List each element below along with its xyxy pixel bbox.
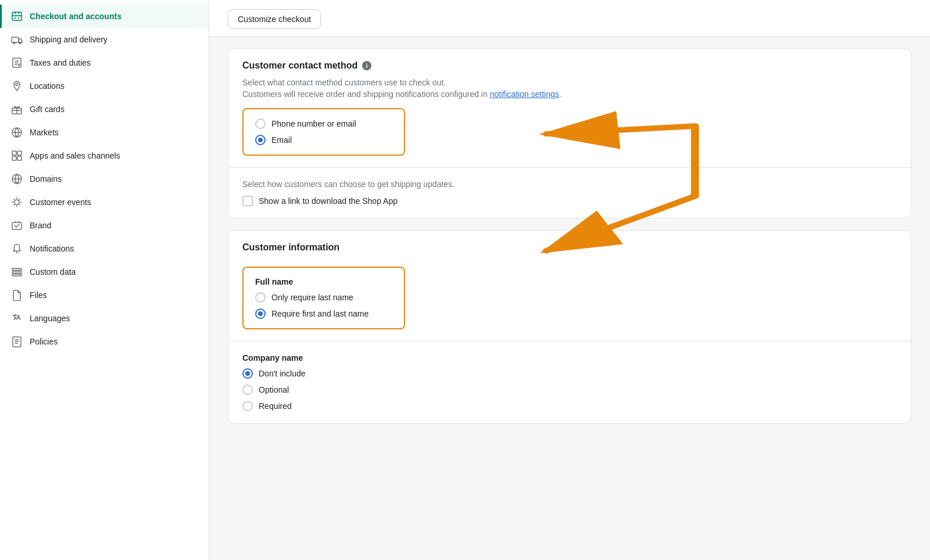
customize-checkout-button[interactable]: Customize checkout <box>228 9 321 29</box>
contact-desc2: Customers will receive order and shippin… <box>242 89 897 99</box>
sidebar-item-notifications[interactable]: Notifications <box>0 237 209 260</box>
sidebar-item-policies[interactable]: Policies <box>0 330 209 353</box>
svg-rect-3 <box>12 37 19 42</box>
cart-icon <box>11 10 23 22</box>
top-bar: Customize checkout <box>209 0 930 37</box>
svg-point-15 <box>15 200 19 204</box>
radio-phone-email-circle <box>255 119 266 129</box>
sidebar-item-label: Locations <box>30 81 65 91</box>
sidebar-item-label: Languages <box>30 314 70 323</box>
radio-first-last[interactable]: Require first and last name <box>255 308 392 319</box>
policies-icon <box>11 336 23 347</box>
customer-information-card: Customer information Full name Only requ… <box>228 230 911 423</box>
contact-method-radio-group: Phone number or email Email <box>255 119 392 145</box>
sidebar-item-brand[interactable]: Brand <box>0 214 209 237</box>
company-name-label: Company name <box>242 353 897 362</box>
radio-phone-email[interactable]: Phone number or email <box>255 119 392 129</box>
radio-email[interactable]: Email <box>255 135 392 145</box>
full-name-radio-group: Only require last name Require first and… <box>255 292 392 319</box>
sidebar-item-languages[interactable]: Languages <box>0 307 209 330</box>
radio-first-last-circle <box>255 308 266 319</box>
radio-first-last-label: Require first and last name <box>271 309 369 318</box>
radio-dont-include-label: Don't include <box>259 369 306 378</box>
contact-desc1: Select what contact method customers use… <box>242 78 897 87</box>
brand-icon <box>11 220 23 231</box>
company-name-radio-group: Don't include Optional Required <box>242 368 897 411</box>
contact-method-title: Customer contact method i <box>242 60 897 71</box>
sidebar-item-label: Notifications <box>30 244 74 253</box>
sidebar-item-locations[interactable]: Locations <box>0 74 209 98</box>
main-content: Customize checkout Customer co <box>209 0 930 560</box>
globe2-icon <box>11 173 23 185</box>
sidebar-item-markets[interactable]: Markets <box>0 121 209 144</box>
radio-email-label: Email <box>271 135 292 145</box>
sidebar-item-domains[interactable]: Domains <box>0 167 209 191</box>
svg-rect-13 <box>17 156 22 160</box>
full-name-highlight-box: Full name Only require last name Require… <box>242 267 405 329</box>
globe-icon <box>11 127 23 138</box>
sidebar-item-label: Policies <box>30 337 58 346</box>
company-name-section: Company name Don't include Optional Requ… <box>228 342 911 423</box>
sidebar-item-taxes-duties[interactable]: Taxes and duties <box>0 51 209 74</box>
events-icon <box>11 196 23 208</box>
sidebar-item-shipping-delivery[interactable]: Shipping and delivery <box>0 28 209 51</box>
radio-required[interactable]: Required <box>242 401 897 411</box>
svg-point-4 <box>13 42 15 44</box>
sidebar-item-label: Taxes and duties <box>30 58 91 67</box>
notification-settings-link[interactable]: notification settings <box>490 89 559 99</box>
svg-rect-19 <box>12 274 22 276</box>
radio-last-only-label: Only require last name <box>271 293 353 302</box>
sidebar-item-label: Gift cards <box>30 105 65 114</box>
shop-app-checkbox[interactable]: Show a link to download the Shop App <box>242 196 897 206</box>
info-icon[interactable]: i <box>362 61 371 70</box>
sidebar-item-label: Custom data <box>30 267 76 277</box>
truck-icon <box>11 34 23 45</box>
customer-info-title: Customer information <box>242 242 897 253</box>
sidebar-item-label: Shipping and delivery <box>30 35 108 44</box>
data-icon <box>11 266 23 278</box>
sidebar-item-custom-data[interactable]: Custom data <box>0 260 209 283</box>
radio-dont-include[interactable]: Don't include <box>242 368 897 379</box>
sidebar-item-apps-sales[interactable]: Apps and sales channels <box>0 144 209 167</box>
tax-icon <box>11 57 23 69</box>
languages-icon <box>11 313 23 324</box>
svg-point-5 <box>19 42 21 44</box>
svg-rect-11 <box>17 151 22 155</box>
svg-rect-17 <box>12 268 22 270</box>
svg-rect-0 <box>12 12 22 20</box>
files-icon <box>11 289 23 301</box>
contact-method-section: Customer contact method i Select what co… <box>228 49 911 168</box>
gift-icon <box>11 103 23 115</box>
customer-contact-card: Customer contact method i Select what co… <box>228 48 911 218</box>
radio-last-only[interactable]: Only require last name <box>255 292 392 303</box>
sidebar-item-label: Markets <box>30 128 59 137</box>
sidebar-item-customer-events[interactable]: Customer events <box>0 191 209 214</box>
radio-required-label: Required <box>259 401 292 411</box>
svg-point-7 <box>16 83 18 85</box>
sidebar-item-label: Brand <box>30 221 51 230</box>
full-name-label: Full name <box>255 277 392 286</box>
svg-rect-18 <box>12 271 22 273</box>
content-wrapper: Customer contact method i Select what co… <box>228 48 911 423</box>
sidebar-item-gift-cards[interactable]: Gift cards <box>0 98 209 121</box>
radio-optional[interactable]: Optional <box>242 385 897 395</box>
shop-app-checkbox-box <box>242 196 253 206</box>
sidebar: Checkout and accounts Shipping and deliv… <box>0 0 209 560</box>
bell-icon <box>11 243 23 254</box>
svg-point-2 <box>18 17 19 19</box>
sidebar-item-files[interactable]: Files <box>0 283 209 307</box>
radio-email-circle <box>255 135 266 145</box>
apps-icon <box>11 150 23 161</box>
radio-optional-label: Optional <box>259 385 289 394</box>
svg-point-1 <box>15 17 16 19</box>
sidebar-item-label: Customer events <box>30 198 91 207</box>
shop-app-link[interactable]: Shop App <box>362 196 398 206</box>
shipping-updates-desc: Select how customers can choose to get s… <box>242 180 897 189</box>
radio-required-circle <box>242 401 253 411</box>
sidebar-item-label: Files <box>30 290 47 300</box>
shop-app-label: Show a link to download the Shop App <box>259 196 398 206</box>
radio-phone-email-label: Phone number or email <box>271 119 356 128</box>
contact-method-highlight-box: Phone number or email Email <box>242 108 405 156</box>
sidebar-item-checkout-accounts[interactable]: Checkout and accounts <box>0 5 209 28</box>
svg-rect-12 <box>12 156 16 160</box>
